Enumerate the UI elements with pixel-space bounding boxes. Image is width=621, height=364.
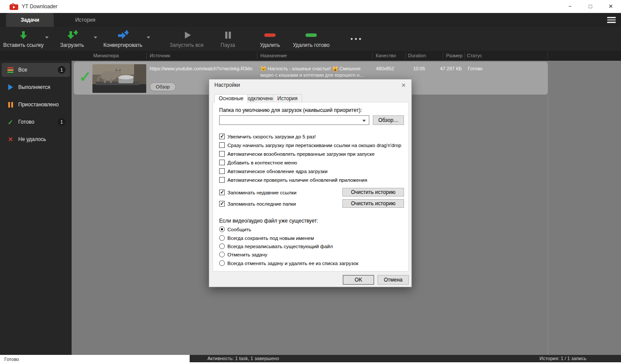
sidebar-item-label: Готово — [18, 119, 34, 125]
checkbox-resume[interactable]: Автоматически возобновлять прерванные за… — [219, 151, 375, 157]
sidebar-item-failed[interactable]: ✕ Не удалось — [2, 132, 70, 146]
radio-notify[interactable]: Сообщить — [219, 226, 251, 233]
paste-link-icon — [18, 30, 29, 40]
delete-button[interactable]: Удалить — [249, 28, 291, 50]
convert-button[interactable]: Конвертировать — [100, 28, 146, 50]
video-thumbnail[interactable] — [92, 64, 146, 93]
checkbox-box[interactable] — [219, 151, 225, 157]
checkbox-remember-folders[interactable]: Запоминать последние папки — [219, 200, 296, 207]
checkbox-dragdrop[interactable]: Сразу начинать загрузку при перетаскиван… — [219, 142, 401, 148]
status-activity-text: Активность: 1 task, 1 завершено — [207, 356, 279, 361]
grid-divider — [548, 61, 548, 355]
clear-folders-history-button[interactable]: Очистить историю — [342, 199, 404, 208]
task-source-url[interactable]: https://www.youtube.com/watch?v=wcIekg-R… — [150, 66, 252, 71]
title-bar: YT Downloader − □ ✕ — [0, 0, 621, 13]
checkbox-core-update[interactable]: Автоматическое обновление ядра загрузки — [219, 168, 328, 174]
pause-button[interactable]: Пауза — [207, 28, 248, 50]
cancel-button[interactable]: Отмена — [378, 275, 409, 285]
delete-done-button[interactable]: Удалить готово — [290, 28, 332, 50]
menu-icon[interactable] — [607, 17, 616, 23]
task-destination-line1: 😼 Наглость - кошачье счастье! 🙀 Смешное — [260, 66, 361, 72]
checkbox-speed[interactable]: Увеличить скорость загрузки до 5 раз! — [219, 133, 316, 140]
radio-label: Всегда перезаписывать существующий файл — [227, 244, 333, 249]
paste-link-button[interactable]: Вставить ссылку — [3, 28, 44, 50]
checkbox-box[interactable] — [219, 190, 225, 195]
convert-label: Конвертировать — [103, 42, 142, 48]
close-button[interactable]: ✕ — [601, 0, 621, 13]
checkbox-box[interactable] — [219, 160, 225, 165]
dialog-tab-general[interactable]: Основные — [214, 94, 248, 102]
radio-dot[interactable] — [219, 226, 225, 232]
sidebar-item-all[interactable]: Все 1 — [2, 63, 70, 77]
radio-save-new-name[interactable]: Всегда сохранять под новым именем — [219, 235, 314, 241]
radio-dot[interactable] — [219, 252, 225, 257]
default-folder-label: Папка по умолчанию для загрузок (наивысш… — [219, 107, 362, 113]
chevron-down-icon[interactable] — [45, 36, 49, 39]
checkbox-label: Автоматически проверять наличие обновлен… — [227, 177, 367, 183]
sidebar-item-paused[interactable]: Приостановлено — [2, 98, 70, 111]
app-logo-icon — [10, 3, 18, 10]
radio-dot[interactable] — [219, 260, 225, 266]
checkbox-context-menu[interactable]: Добавить в контекстное меню — [219, 159, 297, 166]
all-filter-icon — [7, 66, 14, 73]
radio-cancel-and-remove[interactable]: Всегда отменять задачу и удалять ее из с… — [219, 260, 358, 266]
main-tab-bar: Задачи История — [0, 13, 621, 27]
filter-sidebar: Все 1 Выполняется Приостановлено ✓ Готов… — [0, 61, 72, 355]
count-badge: 1 — [58, 118, 66, 126]
checkbox-box[interactable] — [219, 134, 225, 139]
pause-icon — [7, 101, 14, 108]
checkbox-label: Автоматически возобновлять прерванные за… — [227, 151, 375, 157]
checkbox-label: Автоматическое обновление ядра загрузки — [227, 169, 328, 174]
maximize-button[interactable]: □ — [580, 0, 601, 13]
radio-dot[interactable] — [219, 235, 225, 241]
column-quality[interactable]: Качество — [376, 53, 396, 58]
task-destination-line2: видео с кошками и котятами для хорошего … — [260, 72, 364, 78]
download-plus-icon — [66, 30, 78, 40]
paste-link-label: Вставить ссылку — [3, 42, 43, 48]
column-status[interactable]: Статус — [467, 53, 482, 58]
chevron-down-icon[interactable] — [147, 36, 150, 39]
task-duration: 10:05 — [413, 66, 425, 71]
tab-tasks[interactable]: Задачи — [6, 13, 54, 27]
sidebar-item-label: Выполняется — [18, 84, 50, 90]
download-button[interactable]: Загрузить — [51, 28, 93, 50]
column-size[interactable]: Размер — [446, 53, 463, 58]
radio-dot[interactable] — [219, 243, 225, 249]
checkbox-box[interactable] — [219, 201, 225, 207]
ok-button[interactable]: OK — [343, 275, 374, 285]
column-thumbnail[interactable]: Миниатюра — [93, 53, 119, 58]
checkbox-app-update[interactable]: Автоматически проверять наличие обновлен… — [219, 177, 367, 183]
window-title: YT Downloader — [22, 3, 58, 10]
column-destination[interactable]: Назначение — [260, 53, 287, 58]
checkbox-remember-links[interactable]: Запоминать недавние ссылки — [219, 189, 296, 196]
play-icon — [7, 84, 14, 91]
radio-label: Всегда сохранять под новым именем — [227, 236, 314, 241]
radio-overwrite[interactable]: Всегда перезаписывать существующий файл — [219, 243, 333, 249]
delete-done-icon — [305, 30, 317, 40]
sidebar-item-running[interactable]: Выполняется — [2, 80, 70, 94]
tab-history[interactable]: История — [54, 13, 117, 27]
clear-links-history-button[interactable]: Очистить историю — [342, 188, 404, 197]
checkbox-box[interactable] — [219, 177, 225, 183]
check-icon: ✓ — [7, 118, 14, 125]
chevron-down-icon[interactable] — [94, 36, 97, 39]
checkbox-box[interactable] — [219, 142, 225, 148]
browse-folder-button[interactable]: Обзор… — [373, 115, 404, 125]
minimize-button[interactable]: − — [560, 0, 580, 13]
column-source[interactable]: Источник — [150, 53, 170, 58]
radio-cancel-task[interactable]: Отменить задачу — [219, 251, 267, 258]
sidebar-item-done[interactable]: ✓ Готово 1 — [2, 115, 70, 129]
radio-label: Сообщить — [227, 227, 251, 232]
more-button[interactable]: ••• — [343, 28, 371, 50]
dialog-close-icon[interactable]: ✕ — [399, 81, 408, 89]
start-all-button[interactable]: Запустить все — [165, 28, 208, 50]
default-folder-combobox[interactable] — [219, 115, 369, 125]
browse-pill-button[interactable]: Обзор — [150, 82, 176, 91]
checkbox-box[interactable] — [219, 168, 225, 174]
column-duration[interactable]: Duration — [408, 53, 426, 58]
download-label: Загрузить — [60, 42, 84, 48]
checkbox-label: Добавить в контекстное меню — [227, 160, 297, 165]
checkbox-label: Увеличить скорость загрузки до 5 раз! — [227, 134, 316, 139]
dialog-tab-history[interactable]: История — [273, 94, 302, 102]
task-done-check-icon: ✓ — [79, 69, 92, 84]
